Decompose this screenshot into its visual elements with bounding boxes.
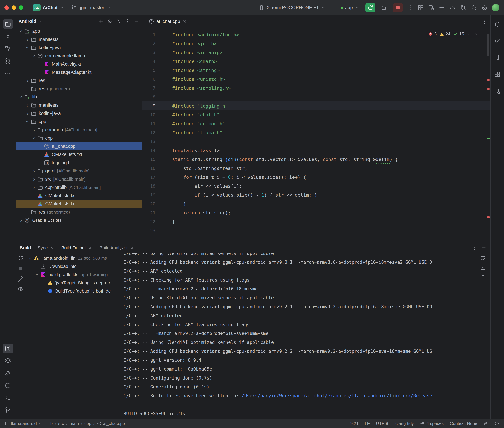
commit-tool-button[interactable] [3,31,13,41]
line-number[interactable]: 15 [142,157,158,162]
code-line[interactable]: 14template<class T> [142,146,490,155]
soft-wrap-icon[interactable] [480,255,486,261]
pin-icon[interactable] [17,275,24,282]
tree-item-common[interactable]: ›common[AiChat.lib.main] [16,126,142,134]
code-line[interactable]: 11#include "common.h" [142,119,490,128]
line-number[interactable]: 16 [142,166,158,171]
hide-build-panel-icon[interactable] [481,245,487,251]
structure-tool-button[interactable] [3,44,13,54]
line-number[interactable]: 2 [142,41,158,46]
add-icon[interactable] [98,18,104,24]
line-number[interactable]: 7 [142,86,158,91]
code-line[interactable]: 21 return str.str(); [142,208,490,217]
stop-build-icon[interactable] [17,265,24,272]
tree-item-mainactivity-kt[interactable]: MainActivity.kt [16,60,142,68]
terminal-tool-button[interactable] [3,393,13,403]
code-line[interactable]: 22} [142,217,490,226]
line-number[interactable]: 21 [142,210,158,215]
rerun-app-button[interactable] [366,3,375,12]
tree-item-kotlin-java[interactable]: ›kotlin+java [16,109,142,117]
project-widget[interactable]: AC AiChat [31,3,67,13]
editor-options-icon[interactable] [482,19,487,25]
settings-icon[interactable] [481,4,488,11]
tree-item-cpp[interactable]: ›cpp [16,134,142,142]
console-file-link[interactable]: /Users/hanyin/Workspace/ai-chat/examples… [242,393,432,398]
line-ending-selector[interactable]: LF [365,421,370,426]
more-actions-icon[interactable] [407,4,413,11]
tree-item-lib[interactable]: ›lib [16,93,142,101]
linter-status[interactable]: .clang-tidy [394,421,414,426]
line-number[interactable]: 22 [142,219,158,224]
encoding-selector[interactable]: UTF-8 [376,421,388,426]
build-console[interactable]: C/C++: -- Using KleidiAI optimized kerne… [121,253,490,419]
line-number[interactable]: 23 [142,228,158,233]
lock-icon[interactable] [483,421,488,426]
tree-item-logging-h[interactable]: Hlogging.h [16,159,142,167]
code-line[interactable]: 19 if (i < values.size() - 1) { str << d… [142,190,490,199]
line-number[interactable]: 1 [142,32,158,37]
layout-inspector-icon[interactable] [417,4,424,11]
breadcrumb-item-lib[interactable]: lib [42,421,53,426]
code-line[interactable]: 6#include <unistd.h> [142,75,490,83]
problems-tool-button[interactable] [3,380,13,390]
locate-file-icon[interactable] [107,18,113,24]
tab-sync[interactable]: Sync [37,243,55,253]
tree-item-app[interactable]: ›app [16,27,142,35]
device-manager-tool-button[interactable] [492,53,502,63]
expand-chevron-icon[interactable]: › [18,94,24,99]
breadcrumb-item-main[interactable]: main [69,421,79,426]
close-window-button[interactable] [4,6,9,10]
more-tool-windows-button[interactable] [3,68,13,78]
code-line[interactable]: 18 str << values[i]; [142,181,490,190]
stop-app-button[interactable] [393,3,403,12]
notifications-button[interactable] [492,19,502,29]
tree-item-cpp-httplib[interactable]: ›cpp-httplib[AiChat.lib.main] [16,183,142,191]
tree-item-res[interactable]: res(generated) [16,208,142,216]
code-line[interactable]: 2#include <jni.h> [142,39,490,48]
device-selector[interactable]: Xiaomi POCOPHONE F1 [256,3,328,12]
expand-chevron-icon[interactable]: › [27,255,33,261]
breadcrumb-item-src[interactable]: src [58,421,64,426]
code-line[interactable]: 20 } [142,199,490,208]
line-number[interactable]: 4 [142,59,158,64]
line-number[interactable]: 19 [142,192,158,198]
project-view-selector[interactable]: Android [18,19,36,24]
errors-badge[interactable]: 3 [428,32,437,36]
code-line[interactable]: 7#include <sampling.h> [142,83,490,92]
profile-avatar[interactable] [492,4,500,12]
clear-console-icon[interactable] [480,274,486,280]
line-number[interactable]: 10 [142,112,158,117]
tree-item-manifests[interactable]: ›manifests [16,101,142,109]
code-line[interactable]: 12#include "llama.h" [142,128,490,137]
tree-item-res[interactable]: res(generated) [16,85,142,93]
run-configuration-selector[interactable]: app [338,4,362,12]
expand-chevron-icon[interactable]: › [18,218,24,223]
hide-panel-icon[interactable] [134,18,139,24]
close-tab-icon[interactable] [130,246,134,250]
close-tab-icon[interactable] [50,246,54,250]
minimize-window-button[interactable] [12,6,16,10]
error-stripe-mark[interactable] [487,88,490,90]
code-line[interactable]: 13 [142,137,490,146]
build-tree-item-jvmtarget-string-is-deprec[interactable]: 'jvmTarget: String' is deprec [26,279,120,287]
tree-item-src[interactable]: ›src[AiChat.lib.main] [16,175,142,183]
filter-icon[interactable] [17,286,24,292]
code-line[interactable]: 4#include <cmath> [142,57,490,66]
tree-item-kotlin-java[interactable]: ›kotlin+java [16,43,142,52]
branch-widget[interactable]: ggml-master [68,3,113,12]
editor-scrollbar-thumb[interactable] [487,34,489,56]
restart-build-icon[interactable] [17,255,24,262]
tree-item-cmakelists-txt[interactable]: CMakeLists.txt [16,150,142,159]
breadcrumb-item-llama-android[interactable]: llama.android [5,421,37,426]
breadcrumb-item-cpp[interactable]: cpp [84,421,91,426]
panel-options-icon[interactable] [125,18,130,24]
code-line[interactable]: 16 std::ostringstream str; [142,164,490,173]
tree-item-ggml[interactable]: ›ggml[AiChat.lib.main] [16,167,142,175]
line-number[interactable]: 20 [142,201,158,206]
line-number[interactable]: 12 [142,130,158,135]
collapse-all-icon[interactable] [116,18,122,24]
caret-position[interactable]: 9:21 [350,421,359,426]
expand-chevron-icon[interactable]: › [25,37,31,42]
line-number[interactable]: 6 [142,77,158,82]
expand-chevron-icon[interactable]: › [31,135,37,141]
